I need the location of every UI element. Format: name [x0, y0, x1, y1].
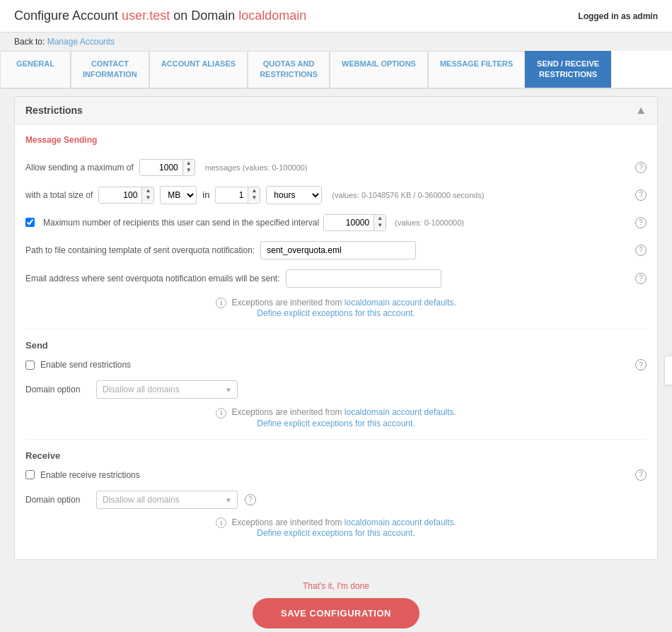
total-size-help-icon[interactable]: ? [635, 189, 647, 201]
total-size-down[interactable]: ▼ [142, 194, 153, 201]
enable-send-checkbox[interactable] [25, 361, 35, 370]
total-size-input[interactable] [99, 187, 141, 203]
receive-exceptions-note: ℹ Exceptions are inherited from localdom… [25, 517, 647, 539]
tab-general[interactable]: GENERAL [0, 51, 71, 88]
enable-send-label: Enable send restrictions [40, 360, 131, 370]
interval-input[interactable] [216, 187, 248, 203]
total-size-spinner[interactable]: ▲ ▼ [98, 187, 154, 204]
send-exceptions-note: ℹ Exceptions are inherited from localdom… [25, 407, 647, 428]
max-messages-input[interactable] [140, 160, 183, 175]
page-title: Configure Account user.test on Domain lo… [14, 8, 306, 23]
sending-exceptions-link2[interactable]: Define explicit exceptions for this acco… [257, 308, 415, 318]
collapse-icon[interactable]: ▲ [635, 104, 647, 117]
receive-section-title: Receive [25, 450, 647, 461]
page-header: Configure Account user.test on Domain lo… [0, 0, 672, 33]
send-exceptions-link2[interactable]: Define explicit exceptions for this acco… [257, 419, 415, 428]
send-exceptions-link1[interactable]: localdomain account defaults. [344, 407, 456, 417]
username: user.test [122, 8, 170, 23]
max-recipients-input[interactable] [324, 215, 373, 230]
send-domain-select[interactable]: Disallow all domains [96, 380, 238, 399]
section-header: Restrictions ▲ [15, 97, 657, 124]
overquota-email-row: Email address where sent overquota notif… [25, 269, 647, 288]
size-unit-select[interactable]: MB KB GB [160, 186, 197, 204]
receive-domain-select[interactable]: Disallow all domains [96, 491, 238, 509]
overquota-email-input[interactable] [286, 269, 441, 288]
max-recipients-checkbox[interactable] [25, 218, 35, 227]
enable-send-help-icon[interactable]: ? [635, 359, 647, 370]
interval-unit-select[interactable]: hours minutes seconds [266, 186, 322, 204]
sending-info-icon: ℹ [216, 298, 226, 308]
section-body: Message Sending Allow sending a maximum … [15, 124, 657, 560]
max-messages-row: Allow sending a maximum of ▲ ▼ messages … [25, 159, 647, 176]
footer-area: That's it, I'm done SAVE CONFIGURATION [0, 567, 672, 632]
logged-in-info: Logged in as admin [578, 11, 658, 21]
enable-receive-row: Enable receive restrictions ? [25, 469, 647, 481]
send-domain-select-wrap: Disallow all domains ▼ [96, 380, 238, 399]
overquota-path-help-icon[interactable]: ? [635, 245, 647, 256]
max-messages-help-icon[interactable]: ? [635, 162, 647, 173]
send-domain-option-row: Domain option Disallow all domains ▼ [25, 380, 647, 399]
receive-exceptions-link2[interactable]: Define explicit exceptions for this acco… [257, 528, 415, 538]
receive-exceptions-link1[interactable]: localdomain account defaults. [344, 517, 456, 527]
max-recipients-spinner[interactable]: ▲ ▼ [323, 214, 386, 231]
send-info-icon: ℹ [216, 408, 226, 419]
overquota-path-input[interactable] [260, 241, 416, 259]
section-title: Restrictions [25, 105, 83, 116]
max-messages-up[interactable]: ▲ [183, 160, 195, 167]
tab-send-receive[interactable]: SEND / RECEIVERESTRICTIONS [525, 51, 611, 88]
main-content: Restrictions ▲ Message Sending Allow sen… [14, 96, 658, 561]
send-section-title: Send [25, 340, 647, 351]
sending-exceptions-note: ℹ Exceptions are inherited from localdom… [25, 298, 647, 319]
tab-account-aliases[interactable]: ACCOUNT ALIASES [149, 51, 248, 88]
enable-receive-checkbox[interactable] [25, 470, 35, 479]
back-link-area: Back to: Manage Accounts [0, 33, 672, 51]
receive-domain-option-label: Domain option [25, 495, 89, 505]
max-messages-hint: messages (values: 0-100000) [205, 163, 308, 172]
sending-exceptions-link1[interactable]: localdomain account defaults. [344, 298, 456, 308]
interval-up[interactable]: ▲ [248, 187, 260, 194]
receive-domain-help-icon[interactable]: ? [245, 494, 256, 505]
enable-send-row: Enable send restrictions ? ✕ Inherited f… [25, 359, 647, 370]
interval-hint: (values: 0-1048576 KB / 0-360000 seconds… [332, 191, 484, 199]
max-recipients-label: Maximum number of recipients this user c… [43, 218, 319, 228]
tab-message-filters[interactable]: MESSAGE FILTERS [428, 51, 525, 88]
footer-done-text: That's it, I'm done [0, 581, 672, 591]
max-messages-label: Allow sending a maximum of [25, 163, 134, 172]
receive-info-icon: ℹ [216, 517, 226, 528]
save-configuration-button[interactable]: SAVE CONFIGURATION [253, 598, 419, 628]
in-label: in [202, 189, 209, 200]
max-recipients-help-icon[interactable]: ? [635, 217, 647, 228]
manage-accounts-link[interactable]: Manage Accounts [47, 37, 115, 47]
send-domain-option-label: Domain option [25, 385, 89, 394]
overquota-email-label: Email address where sent overquota notif… [25, 274, 280, 283]
max-recipients-up[interactable]: ▲ [374, 215, 386, 222]
max-recipients-row: Maximum number of recipients this user c… [25, 214, 647, 231]
max-recipients-hint: (values: 0-1000000) [395, 218, 464, 227]
overquota-path-label: Path to file containing template of sent… [25, 245, 255, 255]
overquota-email-help-icon[interactable]: ? [635, 273, 647, 284]
interval-down[interactable]: ▼ [248, 194, 260, 201]
receive-domain-select-wrap: Disallow all domains ▼ [96, 491, 238, 509]
total-size-label: with a total size of [25, 190, 93, 200]
tab-quotas[interactable]: QUOTAS ANDRESTRICTIONS [248, 51, 330, 88]
tab-webmail-options[interactable]: WEBMAIL OPTIONS [330, 51, 428, 88]
send-tooltip: ✕ Inherited fromlocaldomain account defa… [664, 356, 672, 385]
total-size-row: with a total size of ▲ ▼ MB KB GB in ▲ ▼ [25, 186, 647, 204]
message-sending-title: Message Sending [25, 135, 647, 148]
enable-receive-label: Enable receive restrictions [40, 470, 140, 480]
total-size-up[interactable]: ▲ [142, 187, 153, 194]
enable-receive-help-icon[interactable]: ? [635, 469, 647, 481]
overquota-path-row: Path to file containing template of sent… [25, 241, 647, 259]
max-recipients-down[interactable]: ▼ [374, 222, 386, 229]
interval-spinner[interactable]: ▲ ▼ [215, 187, 260, 204]
tabs-container: GENERAL CONTACTINFORMATION ACCOUNT ALIAS… [0, 51, 672, 89]
tab-contact-info[interactable]: CONTACTINFORMATION [71, 51, 149, 88]
receive-domain-option-row: Domain option Disallow all domains ▼ ? [25, 491, 647, 509]
max-messages-down[interactable]: ▼ [183, 167, 195, 174]
domain: localdomain [238, 8, 306, 23]
max-messages-spinner[interactable]: ▲ ▼ [139, 159, 195, 176]
